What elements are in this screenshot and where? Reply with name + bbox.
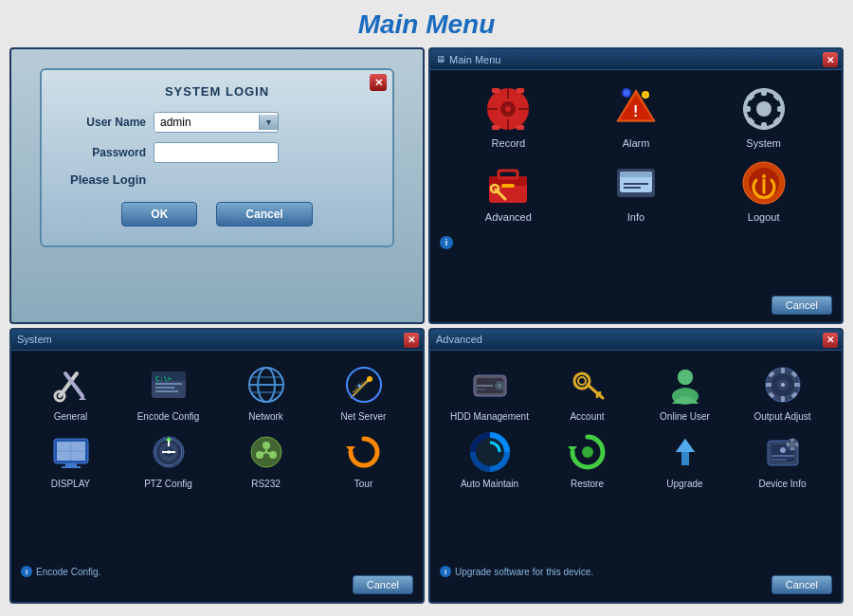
system-close[interactable]: ✕: [404, 333, 419, 348]
svg-rect-22: [743, 106, 751, 112]
record-icon: [483, 84, 533, 134]
svg-point-15: [644, 93, 647, 97]
cancel-button[interactable]: Cancel: [216, 202, 312, 226]
svg-rect-51: [155, 390, 178, 392]
general-label: General: [54, 411, 88, 422]
ok-button[interactable]: OK: [121, 202, 197, 226]
upgrade-label: Upgrade: [666, 479, 702, 489]
svg-marker-87: [346, 446, 355, 452]
advanced-icon: [483, 158, 533, 208]
svg-rect-50: [155, 387, 174, 389]
svg-rect-124: [771, 455, 794, 457]
sys-item-tour[interactable]: Tour: [318, 429, 408, 489]
system-icon: [739, 84, 789, 134]
username-input-wrap: ▼: [154, 112, 279, 133]
password-input-wrap: [154, 142, 279, 163]
svg-point-101: [678, 370, 693, 385]
menu-item-logout[interactable]: Logout: [704, 158, 823, 223]
system-status-dot: i: [21, 566, 32, 577]
adv-item-auto-maintain[interactable]: Auto Maintain: [445, 429, 535, 489]
login-close-button[interactable]: ✕: [370, 74, 387, 91]
system-panel-title: System: [17, 334, 52, 345]
username-input[interactable]: [154, 113, 259, 132]
advanced-status-text: Upgrade software for this device.: [455, 567, 593, 577]
svg-marker-116: [568, 446, 577, 452]
advanced-cancel[interactable]: Cancel: [771, 575, 832, 594]
svg-marker-46: [79, 396, 86, 400]
adv-item-upgrade[interactable]: Upgrade: [640, 429, 730, 489]
info-label: Info: [627, 211, 644, 223]
please-login-text: Please Login: [70, 172, 373, 187]
auto-maintain-icon: [467, 429, 513, 475]
svg-rect-108: [766, 383, 771, 387]
username-label: User Name: [61, 116, 146, 129]
adv-item-account[interactable]: Account: [542, 362, 632, 422]
svg-text:!: !: [633, 103, 638, 119]
menu-item-alarm[interactable]: ! Alarm: [577, 84, 696, 149]
menu-item-record[interactable]: Record: [449, 84, 568, 149]
svg-rect-129: [790, 447, 794, 450]
info-icon: [611, 158, 661, 208]
main-menu-cancel[interactable]: Cancel: [771, 296, 832, 315]
menu-item-info[interactable]: Info: [577, 158, 696, 223]
main-menu-titlebar: 🖥 Main Menu: [430, 49, 842, 70]
svg-point-105: [781, 383, 785, 387]
system-titlebar: System: [11, 330, 423, 351]
sys-item-display[interactable]: DISPLAY: [26, 429, 116, 489]
username-row: User Name ▼: [61, 112, 373, 133]
online-user-label: Online User: [660, 411, 710, 422]
adv-item-device-info[interactable]: Device Info: [737, 429, 827, 489]
sys-item-encode-config[interactable]: C:\> Encode Config: [123, 362, 213, 422]
online-user-icon: [662, 362, 708, 408]
restore-icon: [565, 429, 610, 475]
sys-item-rs232[interactable]: RS232: [221, 429, 311, 489]
svg-rect-8: [517, 88, 524, 93]
advanced-titlebar: Advanced: [430, 330, 842, 351]
account-label: Account: [570, 411, 604, 422]
menu-item-advanced[interactable]: Advanced: [449, 158, 568, 223]
advanced-panel: Advanced ✕ HDD Management: [428, 328, 844, 605]
main-grid: ✕ SYSTEM LOGIN User Name ▼ Password Plea…: [0, 47, 853, 611]
advanced-panel-title: Advanced: [436, 334, 482, 345]
system-status-text: Encode Config.: [36, 567, 100, 577]
sys-item-network[interactable]: Network: [221, 362, 311, 422]
login-panel: ✕ SYSTEM LOGIN User Name ▼ Password Plea…: [9, 47, 425, 324]
restore-label: Restore: [571, 479, 604, 489]
password-input[interactable]: [154, 143, 278, 162]
password-label: Password: [61, 146, 146, 159]
net-server-label: Net Server: [341, 411, 387, 422]
menu-item-system[interactable]: System: [704, 84, 823, 149]
svg-point-81: [263, 442, 270, 449]
adv-item-restore[interactable]: Restore: [542, 429, 632, 489]
adv-item-online-user[interactable]: Online User: [640, 362, 730, 422]
sys-item-net-server[interactable]: ✦ Net Server: [318, 362, 408, 422]
svg-point-117: [582, 446, 593, 458]
svg-point-127: [789, 442, 795, 447]
advanced-close[interactable]: ✕: [823, 333, 838, 348]
net-server-icon: ✦: [341, 362, 387, 408]
svg-rect-125: [771, 459, 787, 461]
adv-item-output-adjust[interactable]: Output Adjust: [737, 362, 827, 422]
svg-point-17: [624, 90, 629, 96]
svg-rect-68: [65, 463, 77, 466]
sys-item-ptz-config[interactable]: PTZ Config: [123, 429, 213, 489]
adv-item-hdd[interactable]: HDD Management: [445, 362, 535, 422]
username-dropdown[interactable]: ▼: [259, 115, 278, 130]
sys-item-general[interactable]: General: [26, 362, 116, 422]
svg-point-95: [578, 377, 586, 385]
system-label: System: [746, 137, 781, 149]
main-menu-close[interactable]: ✕: [823, 52, 838, 67]
login-button-row: OK Cancel: [61, 202, 373, 226]
main-menu-title: Main Menu: [449, 54, 500, 65]
encode-config-label: Encode Config: [137, 411, 200, 422]
tour-label: Tour: [354, 479, 372, 489]
svg-rect-30: [499, 171, 517, 178]
page-title: Main Menu: [0, 0, 853, 47]
device-info-icon: [760, 429, 806, 475]
svg-text:✦: ✦: [356, 382, 363, 390]
rs232-label: RS232: [251, 479, 281, 489]
svg-rect-23: [777, 106, 785, 112]
system-cancel[interactable]: Cancel: [353, 575, 413, 594]
logout-label: Logout: [748, 211, 780, 223]
svg-rect-7: [492, 88, 499, 93]
